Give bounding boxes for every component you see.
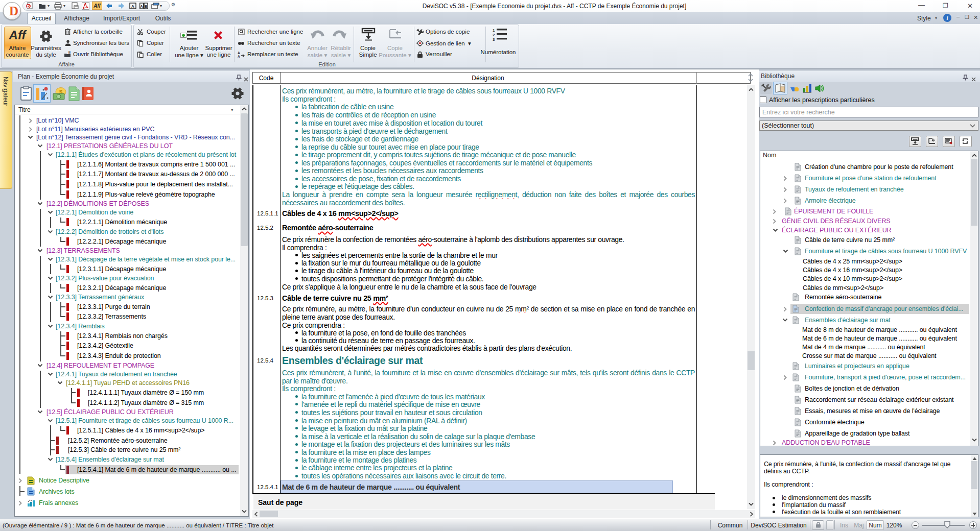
svg-text:D: D [27, 4, 30, 9]
svg-text:A: A [238, 55, 240, 58]
svg-text:A: A [131, 4, 134, 9]
svg-text:3: 3 [493, 37, 495, 41]
svg-text:ii: ii [68, 51, 71, 54]
svg-text:2: 2 [493, 33, 495, 37]
svg-text:1: 1 [493, 28, 495, 33]
svg-text:Aff: Aff [93, 3, 101, 9]
svg-text:A: A [140, 5, 143, 8]
svg-text:B: B [145, 5, 147, 8]
